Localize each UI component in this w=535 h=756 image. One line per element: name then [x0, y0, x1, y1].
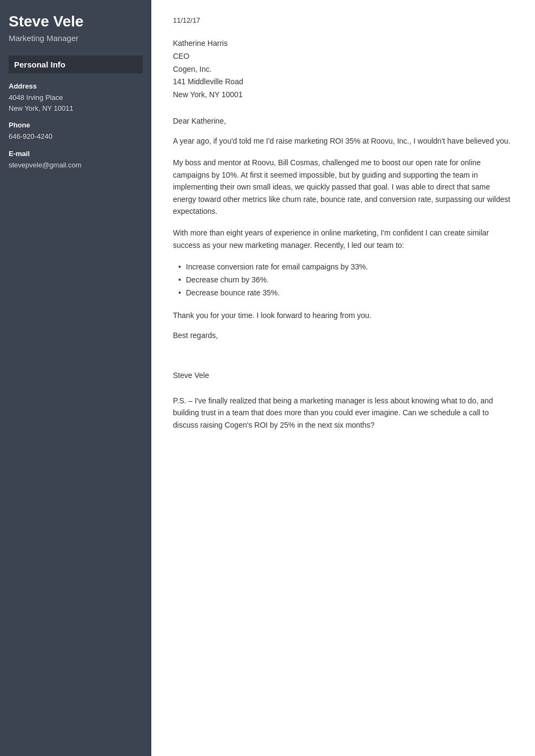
phone-value: 646-920-4240: [9, 131, 143, 142]
email-value: stevepvele@gmail.com: [9, 160, 143, 171]
email-label: E-mail: [9, 150, 143, 158]
recipient-title: CEO: [173, 50, 513, 63]
letter-paragraph-1: A year ago, if you'd told me I'd raise m…: [173, 135, 513, 147]
phone-label: Phone: [9, 121, 143, 129]
sidebar: Steve Vele Marketing Manager Personal In…: [0, 0, 151, 756]
letter-paragraph-3: With more than eight years of experience…: [173, 227, 513, 251]
recipient-address2: New York, NY 10001: [173, 89, 513, 102]
address-label: Address: [9, 82, 143, 90]
candidate-job-title: Marketing Manager: [9, 33, 143, 43]
recipient-address1: 141 Middleville Road: [173, 76, 513, 89]
achievement-bullet-3: Decrease bounce rate 35%.: [178, 287, 513, 300]
letter-signature-space: [173, 349, 513, 367]
personal-info-heading: Personal Info: [9, 56, 143, 73]
letter-paragraph-4: Thank you for your time. I look forward …: [173, 309, 513, 321]
letter-postscript: P.S. – I've finally realized that being …: [173, 395, 513, 431]
letter-salutation: Dear Katherine,: [173, 117, 513, 125]
letter-date: 11/12/17: [173, 16, 513, 24]
letter-paragraph-2: My boss and mentor at Roovu, Bill Cosmas…: [173, 157, 513, 217]
achievement-bullet-2: Decrease churn by 36%.: [178, 274, 513, 287]
letter-signature-name: Steve Vele: [173, 371, 513, 380]
letter-content: 11/12/17 Katherine Harris CEO Cogen, Inc…: [151, 0, 535, 756]
achievement-bullet-1: Increase conversion rate for email campa…: [178, 261, 513, 274]
recipient-block: Katherine Harris CEO Cogen, Inc. 141 Mid…: [173, 37, 513, 102]
letter-achievements-list: Increase conversion rate for email campa…: [178, 261, 513, 299]
letter-closing: Best regards,: [173, 331, 513, 340]
candidate-name: Steve Vele: [9, 13, 143, 30]
recipient-company: Cogen, Inc.: [173, 63, 513, 76]
address-value: 4048 Irving Place New York, NY 10011: [9, 92, 143, 113]
recipient-name: Katherine Harris: [173, 37, 513, 50]
